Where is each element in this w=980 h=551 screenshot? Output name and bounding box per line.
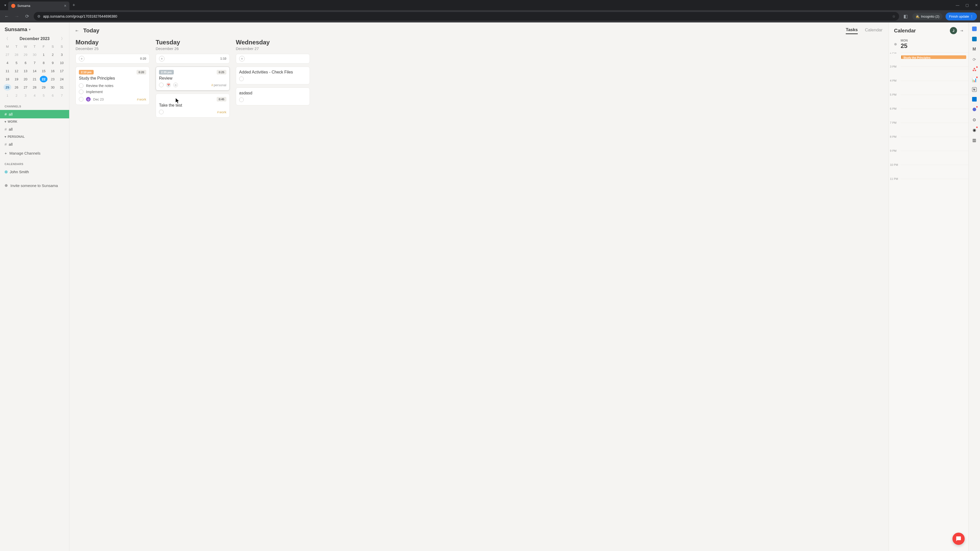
task-card[interactable]: asdasd [236, 87, 310, 105]
complete-check-icon[interactable] [159, 83, 164, 87]
expand-panel-icon[interactable]: ⇥ [960, 29, 963, 33]
hour-row[interactable]: 6 PM [900, 109, 968, 123]
asana-icon[interactable] [972, 67, 977, 73]
collapse-sidebar-icon[interactable]: ⇤ [76, 29, 79, 33]
timeline[interactable]: 2 PMStudy the Principles3 PM4 PM5 PM6 PM… [889, 52, 968, 551]
calendar-day[interactable]: 16 [49, 68, 57, 74]
add-task-row[interactable]: + 1:10 [156, 54, 230, 64]
calendar-day[interactable]: 7 [31, 59, 38, 66]
calendar-day[interactable]: 27 [3, 51, 11, 58]
complete-check-icon[interactable] [79, 97, 83, 102]
minimize-icon[interactable]: — [956, 3, 959, 7]
browser-tab[interactable]: Sunsama × [8, 2, 69, 10]
check-icon[interactable] [79, 89, 83, 94]
calendar-day[interactable]: 3 [22, 92, 29, 99]
clickup-icon[interactable]: ◉ [972, 127, 977, 133]
calendar-day[interactable]: 17 [58, 68, 65, 74]
next-month-icon[interactable]: 〉 [61, 37, 65, 41]
task-card[interactable]: 2:10 pm0:20Study the PrinciplesReview th… [76, 67, 150, 105]
notion-icon[interactable]: N [972, 87, 977, 92]
channel-all[interactable]: # all [0, 110, 69, 118]
calendar-day[interactable]: 11 [3, 68, 11, 74]
add-task-row[interactable]: + [236, 54, 310, 64]
channel-tag[interactable]: #personal [211, 83, 226, 87]
tab-tasks[interactable]: Tasks [846, 27, 858, 34]
calendar-day[interactable]: 24 [58, 76, 65, 83]
calendar-day[interactable]: 4 [3, 59, 11, 66]
complete-check-icon[interactable] [239, 97, 244, 102]
calendar-day[interactable]: 29 [40, 84, 48, 91]
check-icon[interactable] [79, 83, 83, 88]
trello-icon[interactable] [972, 36, 977, 42]
hour-row[interactable]: 11 PM [900, 179, 968, 193]
calendar-day[interactable]: 18 [3, 76, 11, 83]
add-task-icon[interactable]: + [79, 56, 84, 62]
maximize-icon[interactable]: ▢ [966, 3, 969, 7]
calendar-day[interactable]: 2 [13, 92, 21, 99]
invite-link[interactable]: ⊕ Invite someone to Sunsama [0, 181, 69, 190]
calendar-day[interactable]: 25 [3, 84, 11, 91]
subtask[interactable]: Implement [79, 89, 146, 95]
calendar-day[interactable]: 2 [49, 51, 57, 58]
today-label[interactable]: Today [83, 27, 99, 34]
add-task-row[interactable]: + 0:20 [76, 54, 150, 64]
hour-row[interactable]: 10 PM [900, 165, 968, 179]
complete-check-icon[interactable] [159, 110, 164, 114]
close-window-icon[interactable]: ✕ [975, 3, 978, 7]
calendar-day[interactable]: 28 [31, 84, 38, 91]
prev-month-icon[interactable]: 〈 [5, 37, 8, 41]
task-card[interactable]: 2:35 pm0:25Review📅⊙#personal [156, 67, 230, 91]
outlook-icon[interactable] [972, 97, 977, 102]
date-icon[interactable]: 📅 [166, 83, 171, 87]
calendar-day[interactable]: 13 [22, 68, 29, 74]
hour-row[interactable]: 9 PM [900, 151, 968, 165]
forward-icon[interactable]: → [13, 14, 21, 19]
calendar-day[interactable]: 23 [49, 76, 57, 83]
calendar-day[interactable]: 21 [31, 76, 38, 83]
tab-calendar[interactable]: Calendar [865, 27, 883, 34]
group-work[interactable]: ▾ WORK [0, 118, 69, 125]
incognito-badge[interactable]: 🕵 Incognito (2) [912, 13, 942, 20]
calendar-day[interactable]: 6 [49, 92, 57, 99]
calendar-day[interactable]: 6 [22, 59, 29, 66]
tab-close-icon[interactable]: × [64, 3, 66, 8]
reload-icon[interactable]: ⟳ [24, 14, 30, 19]
calendar-day[interactable]: 1 [40, 51, 48, 58]
calendar-day[interactable]: 26 [13, 84, 21, 91]
tabs-dropdown-icon[interactable]: ▾ [2, 2, 8, 8]
site-settings-icon[interactable]: ⚙ [37, 14, 41, 18]
channel-work-all[interactable]: # all [0, 125, 69, 133]
back-icon[interactable]: ← [3, 14, 10, 19]
more-icon[interactable]: ▥ [972, 137, 977, 143]
calendar-day[interactable]: 5 [13, 59, 21, 66]
calendar-event[interactable]: Study the Principles [901, 56, 966, 59]
hour-row[interactable]: 4 PM [900, 81, 968, 95]
calendar-item[interactable]: John Smith [0, 168, 69, 176]
calendar-day[interactable]: 4 [31, 92, 38, 99]
linear-icon[interactable] [972, 106, 977, 112]
analytics-icon[interactable]: 📊 [972, 77, 977, 83]
channel-personal-all[interactable]: # all [0, 140, 69, 148]
calendar-day[interactable]: 14 [31, 68, 38, 74]
calendar-day[interactable]: 8 [40, 59, 48, 66]
task-card[interactable]: Added Activities - Check Files [236, 67, 310, 84]
url-bar[interactable]: ⚙ app.sunsama.com/group/1703182764469638… [34, 12, 899, 21]
avatar[interactable]: J [950, 27, 957, 34]
bookmark-icon[interactable]: ☆ [892, 14, 896, 18]
calendar-day[interactable]: 9 [49, 59, 57, 66]
side-panel-icon[interactable]: ◧ [902, 14, 909, 19]
channel-tag[interactable]: #work [217, 110, 226, 114]
hour-row[interactable]: 5 PM [900, 95, 968, 109]
hour-row[interactable]: 7 PM [900, 123, 968, 137]
calendar-day[interactable]: 20 [22, 76, 29, 83]
calendar-day[interactable]: 29 [22, 51, 29, 58]
calendar-day[interactable]: 12 [13, 68, 21, 74]
workspace-switcher[interactable]: Sunsama ▾ [0, 27, 69, 37]
calendar-day[interactable]: 30 [49, 84, 57, 91]
gcal-icon[interactable] [972, 26, 977, 32]
calendar-day[interactable]: 5 [40, 92, 48, 99]
hour-row[interactable]: 8 PM [900, 137, 968, 151]
calendar-day[interactable]: 28 [13, 51, 21, 58]
hour-row[interactable]: 3 PM [900, 67, 968, 81]
calendar-day[interactable]: 31 [58, 84, 65, 91]
